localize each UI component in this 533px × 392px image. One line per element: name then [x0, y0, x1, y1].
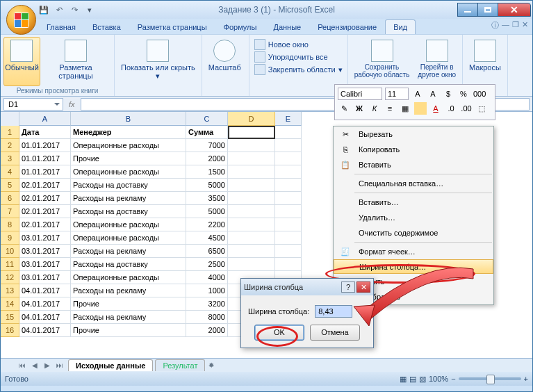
cell[interactable] [275, 179, 302, 192]
row-header[interactable]: 12 [1, 271, 19, 284]
cell[interactable]: 8000 [186, 311, 228, 324]
help-icon[interactable]: ⓘ [491, 20, 499, 31]
row-header[interactable]: 14 [1, 297, 19, 311]
column-width-input[interactable] [315, 305, 352, 318]
zoom-button[interactable]: Масштаб [205, 37, 245, 95]
ctx-paste[interactable]: 📋Вставить [334, 157, 493, 172]
close-workbook-icon[interactable]: ✕ [522, 20, 528, 31]
cell[interactable]: Сумма [186, 126, 228, 139]
restore-workbook-icon[interactable]: ❐ [512, 20, 519, 31]
cell[interactable]: 02.01.2017 [19, 179, 71, 192]
row-header[interactable]: 15 [1, 311, 19, 324]
dialog-help-button[interactable]: ? [341, 281, 355, 293]
new-sheet-icon[interactable]: ✸ [205, 359, 218, 372]
cell[interactable]: 2000 [186, 152, 228, 165]
cell[interactable]: 03.01.2017 [19, 271, 71, 284]
view-layout-icon[interactable]: ▤ [409, 375, 416, 384]
minimize-button[interactable] [457, 3, 478, 17]
save-icon[interactable]: 💾 [38, 4, 49, 15]
new-window-button[interactable]: Новое окно [252, 38, 345, 51]
sheet-nav-prev[interactable]: ◀ [28, 359, 41, 372]
cell[interactable]: 01.01.2017 [19, 165, 71, 179]
row-header[interactable]: 5 [1, 179, 19, 192]
cell[interactable] [228, 165, 275, 179]
name-box[interactable]: D1 [3, 98, 63, 111]
row-header[interactable]: 6 [1, 192, 19, 205]
cell[interactable]: 2000 [186, 324, 228, 337]
cell[interactable] [275, 258, 302, 271]
cell[interactable]: 5000 [186, 179, 228, 192]
cell[interactable]: 04.01.2017 [19, 297, 71, 311]
cell[interactable]: 02.01.2017 [19, 218, 71, 231]
italic-icon[interactable]: К [368, 102, 381, 115]
cell[interactable]: Расходы на доставку [71, 179, 186, 192]
cell[interactable] [228, 179, 275, 192]
zoom-value[interactable]: 100% [429, 375, 448, 383]
cell[interactable] [275, 205, 302, 218]
cell[interactable]: 02.01.2017 [19, 205, 71, 218]
arrange-all-button[interactable]: Упорядочить все [252, 51, 345, 63]
ctx-copy[interactable]: ⎘Копировать [334, 142, 493, 157]
cell[interactable]: Прочие [71, 297, 186, 311]
dec-decimal-icon[interactable]: .0 [445, 102, 457, 115]
cell[interactable]: Дата [19, 126, 71, 139]
cell[interactable] [275, 231, 302, 245]
ctx-paste-special[interactable]: Специальная вставка… [334, 176, 493, 191]
cell[interactable] [228, 218, 275, 231]
ctx-format-cells[interactable]: 🧾Формат ячеек… [334, 244, 493, 259]
ctx-delete[interactable]: Удалить… [334, 210, 493, 225]
tab-data[interactable]: Данные [265, 19, 309, 34]
ctx-insert[interactable]: Вставить… [334, 195, 493, 210]
min-ribbon-icon[interactable]: — [502, 20, 509, 31]
tab-pagelayout[interactable]: Разметка страницы [129, 19, 215, 34]
cell[interactable]: 03.01.2017 [19, 245, 71, 258]
cell[interactable]: 4000 [186, 271, 228, 284]
cell[interactable]: Расходы на доставку [71, 205, 186, 218]
tab-view[interactable]: Вид [385, 19, 416, 34]
row-header[interactable]: 2 [1, 139, 19, 152]
show-hide-button[interactable]: Показать или скрыть▾ [117, 37, 199, 95]
col-header-b[interactable]: B [71, 112, 186, 126]
row-header[interactable]: 16 [1, 324, 19, 337]
mini-font-size[interactable] [385, 88, 409, 100]
row-header[interactable]: 4 [1, 165, 19, 179]
sheet-nav-first[interactable]: ⏮ [16, 359, 28, 372]
row-header[interactable]: 10 [1, 245, 19, 258]
cell[interactable]: 2500 [186, 258, 228, 271]
tab-insert[interactable]: Вставка [84, 19, 129, 34]
cell[interactable]: 1000 [186, 284, 228, 297]
cell[interactable]: Операционные расходы [71, 165, 186, 179]
maximize-button[interactable] [477, 3, 498, 17]
cell[interactable] [275, 152, 302, 165]
zoom-slider[interactable] [459, 377, 521, 380]
mini-font-name[interactable] [338, 88, 382, 100]
cell[interactable] [228, 245, 275, 258]
percent-icon[interactable]: % [457, 88, 470, 100]
cell[interactable] [275, 126, 302, 139]
cell[interactable] [275, 192, 302, 205]
cell[interactable] [228, 126, 275, 139]
cell[interactable]: 03.01.2017 [19, 231, 71, 245]
cell[interactable]: 01.01.2017 [19, 139, 71, 152]
cell[interactable]: 4500 [186, 231, 228, 245]
sheet-nav-next[interactable]: ▶ [41, 359, 54, 372]
dialog-cancel-button[interactable]: Отмена [310, 325, 360, 341]
tab-formulas[interactable]: Формулы [215, 19, 265, 34]
ctx-clear[interactable]: Очистить содержимое [334, 225, 493, 240]
col-header-e[interactable]: E [275, 112, 302, 126]
cell[interactable]: Менеджер [71, 126, 186, 139]
cell[interactable]: Операционные расходы [71, 139, 186, 152]
cell[interactable]: 04.01.2017 [19, 324, 71, 337]
comma-icon[interactable]: 000 [473, 88, 485, 100]
accounting-icon[interactable]: $ [442, 88, 454, 100]
cell[interactable]: 01.01.2017 [19, 152, 71, 165]
cell[interactable]: Операционные расходы [71, 218, 186, 231]
cell[interactable]: 6500 [186, 245, 228, 258]
cell[interactable] [228, 152, 275, 165]
office-button[interactable] [6, 5, 36, 35]
col-header-a[interactable]: A [19, 112, 71, 126]
ctx-column-width[interactable]: Ширина столбца… [334, 259, 493, 274]
fx-icon[interactable]: fx [69, 100, 75, 108]
ctx-cut[interactable]: ✂Вырезать [334, 126, 493, 142]
sheet-nav-last[interactable]: ⏭ [54, 359, 66, 372]
